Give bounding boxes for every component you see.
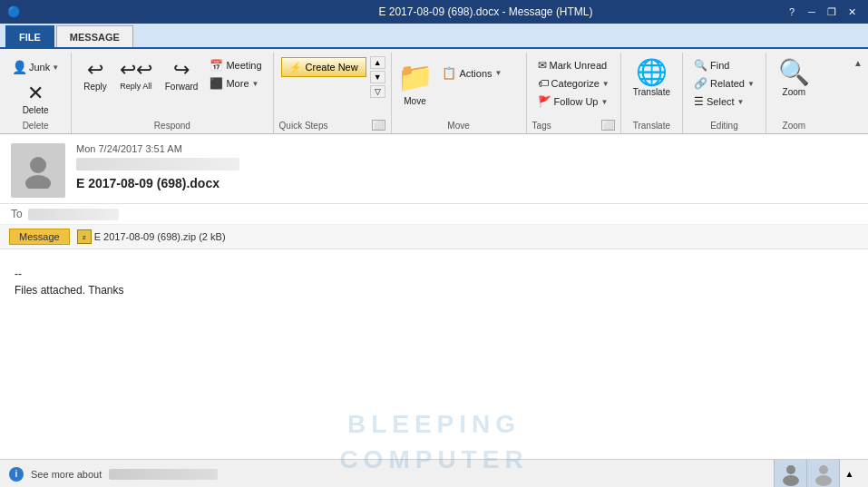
tab-bar: FILE MESSAGE bbox=[0, 24, 868, 49]
body-line2: Files attached. Thanks bbox=[15, 284, 853, 297]
svg-point-5 bbox=[815, 475, 832, 486]
title-bar: 🔵 E 2017-08-09 (698).docx - Message (HTM… bbox=[0, 0, 868, 24]
junk-button[interactable]: 👤 Junk ▼ bbox=[5, 56, 65, 78]
recipient-redacted bbox=[28, 209, 119, 220]
status-bar: i See more about ▲ bbox=[0, 459, 868, 487]
ribbon-group-zoom: 🔍 Zoom Zoom bbox=[766, 53, 822, 133]
zip-icon: z bbox=[77, 229, 92, 244]
mark-unread-button[interactable]: ✉ Mark Unread bbox=[532, 56, 615, 74]
reply-button[interactable]: ↩ Reply bbox=[77, 56, 113, 95]
quicksteps-up[interactable]: ▲ bbox=[370, 56, 385, 69]
zoom-group-content: 🔍 Zoom bbox=[772, 53, 816, 119]
follow-up-button[interactable]: 🚩 Follow Up ▼ bbox=[532, 93, 615, 111]
forward-button[interactable]: ↪ Forward bbox=[159, 56, 205, 95]
reply-icon: ↩ bbox=[87, 60, 103, 80]
email-from-redacted bbox=[76, 158, 239, 170]
ribbon-collapse[interactable]: ▲ bbox=[848, 53, 868, 133]
tab-file[interactable]: FILE bbox=[5, 25, 54, 47]
attachments-bar: Message z E 2017-08-09 (698).zip (2 kB) bbox=[0, 225, 868, 249]
email-header: Mon 7/24/2017 3:51 AM E 2017-08-09 (698)… bbox=[0, 134, 868, 204]
see-more-text: See more about bbox=[31, 469, 102, 480]
email-body: -- Files attached. Thanks bbox=[0, 249, 868, 459]
respond-secondary: 📅 Meeting ⬛ More ▼ bbox=[204, 56, 267, 93]
ribbon: 👤 Junk ▼ ✕ Delete Delete ↩ Reply ↩↩ bbox=[0, 49, 868, 134]
actions-icon: 📋 bbox=[442, 66, 456, 80]
email-details: Mon 7/24/2017 3:51 AM E 2017-08-09 (698)… bbox=[76, 143, 857, 190]
translate-button[interactable]: 🌐 Translate bbox=[627, 56, 677, 101]
quicksteps-dialog-launcher[interactable]: ⬜ bbox=[372, 120, 385, 131]
svg-point-0 bbox=[30, 157, 46, 173]
categorize-button[interactable]: 🏷 Categorize ▼ bbox=[532, 74, 615, 93]
forward-icon: ↪ bbox=[173, 60, 190, 80]
zoom-button[interactable]: 🔍 Zoom bbox=[772, 56, 816, 101]
to-label: To bbox=[11, 208, 23, 220]
help-button[interactable]: ? bbox=[783, 3, 801, 21]
respond-btns: ↩ Reply ↩↩ Reply All ↪ Forward 📅 Meeting bbox=[77, 56, 267, 95]
avatar bbox=[11, 143, 65, 198]
ribbon-group-respond: ↩ Reply ↩↩ Reply All ↪ Forward 📅 Meeting bbox=[72, 53, 273, 133]
editing-group-label: Editing bbox=[688, 119, 760, 133]
body-line1: -- bbox=[15, 268, 853, 280]
zoom-group-label: Zoom bbox=[772, 119, 816, 133]
move-group-label: Move bbox=[397, 119, 521, 133]
actions-button[interactable]: 📋 Actions ▼ bbox=[436, 63, 520, 83]
move-icon: 📁 bbox=[397, 60, 434, 94]
respond-group-label: Respond bbox=[77, 119, 267, 133]
meeting-button[interactable]: 📅 Meeting bbox=[204, 56, 267, 74]
related-button[interactable]: 🔗 Related ▼ bbox=[688, 74, 760, 93]
svg-point-3 bbox=[783, 475, 799, 486]
status-name-redacted bbox=[109, 469, 218, 480]
reply-all-icon: ↩↩ bbox=[120, 60, 152, 80]
quicksteps-group-label: Quick Steps ⬜ bbox=[279, 118, 385, 133]
mark-unread-icon: ✉ bbox=[538, 59, 547, 72]
delete-group-content: 👤 Junk ▼ ✕ Delete bbox=[5, 53, 65, 119]
move-group-content: 📁 Move 📋 Actions ▼ bbox=[397, 53, 521, 119]
window-controls: ? ─ ❐ ✕ bbox=[783, 3, 861, 21]
status-avatar-2 bbox=[806, 460, 839, 488]
follow-up-icon: 🚩 bbox=[538, 95, 551, 108]
quicksteps-content: ⚡ Create New ▲ ▼ ▽ bbox=[279, 53, 385, 118]
delete-group-label: Delete bbox=[5, 119, 65, 133]
delete-button[interactable]: ✕ Delete bbox=[13, 80, 58, 119]
status-avatar-1 bbox=[774, 460, 806, 488]
editing-group-content: 🔍 Find 🔗 Related ▼ ☰ Select ▼ bbox=[688, 53, 760, 119]
select-button[interactable]: ☰ Select ▼ bbox=[688, 93, 760, 111]
lightning-icon: ⚡ bbox=[289, 62, 302, 73]
move-button[interactable]: 📁 Move bbox=[397, 56, 434, 110]
delete-icon: ✕ bbox=[27, 83, 44, 103]
quicksteps-expand[interactable]: ▽ bbox=[370, 85, 385, 98]
status-avatars: ▲ bbox=[774, 460, 859, 488]
tags-dialog-launcher[interactable]: ⬜ bbox=[601, 120, 615, 131]
window-title: E 2017-08-09 (698).docx - Message (HTML) bbox=[189, 5, 783, 18]
tags-btns: ✉ Mark Unread 🏷 Categorize ▼ 🚩 Follow Up… bbox=[532, 56, 615, 111]
tags-group-content: ✉ Mark Unread 🏷 Categorize ▼ 🚩 Follow Up… bbox=[532, 53, 615, 118]
quicksteps-items: ⚡ Create New ▲ ▼ ▽ bbox=[279, 56, 385, 118]
message-tab-button[interactable]: Message bbox=[9, 229, 70, 245]
status-collapse-button[interactable]: ▲ bbox=[839, 460, 859, 488]
more-icon: ⬛ bbox=[210, 77, 223, 90]
email-content-area: Mon 7/24/2017 3:51 AM E 2017-08-09 (698)… bbox=[0, 134, 868, 459]
ribbon-group-tags: ✉ Mark Unread 🏷 Categorize ▼ 🚩 Follow Up… bbox=[527, 53, 621, 133]
create-new-button[interactable]: ⚡ Create New bbox=[281, 57, 366, 77]
ribbon-group-quicksteps: ⚡ Create New ▲ ▼ ▽ Quick Steps ⬜ bbox=[274, 53, 392, 133]
more-respond-button[interactable]: ⬛ More ▼ bbox=[204, 74, 267, 93]
svg-point-2 bbox=[786, 465, 795, 474]
meeting-icon: 📅 bbox=[210, 59, 223, 72]
quicksteps-down[interactable]: ▼ bbox=[370, 71, 385, 83]
find-icon: 🔍 bbox=[694, 59, 707, 72]
categorize-icon: 🏷 bbox=[538, 77, 549, 90]
attachment-name: E 2017-08-09 (698).zip (2 kB) bbox=[94, 231, 226, 242]
email-subject: E 2017-08-09 (698).docx bbox=[76, 176, 857, 190]
ribbon-group-delete: 👤 Junk ▼ ✕ Delete Delete bbox=[0, 53, 72, 133]
restore-button[interactable]: ❐ bbox=[823, 3, 841, 21]
find-button[interactable]: 🔍 Find bbox=[688, 56, 760, 74]
translate-group-content: 🌐 Translate bbox=[627, 53, 677, 119]
attachment-file[interactable]: z E 2017-08-09 (698).zip (2 kB) bbox=[77, 229, 226, 244]
tags-group-label: Tags ⬜ bbox=[532, 118, 615, 133]
email-to-row: To bbox=[0, 204, 868, 225]
minimize-button[interactable]: ─ bbox=[803, 3, 821, 21]
reply-all-button[interactable]: ↩↩ Reply All bbox=[113, 56, 159, 94]
ribbon-group-move: 📁 Move 📋 Actions ▼ Move bbox=[392, 53, 527, 133]
close-button[interactable]: ✕ bbox=[843, 3, 861, 21]
tab-message[interactable]: MESSAGE bbox=[56, 25, 133, 47]
